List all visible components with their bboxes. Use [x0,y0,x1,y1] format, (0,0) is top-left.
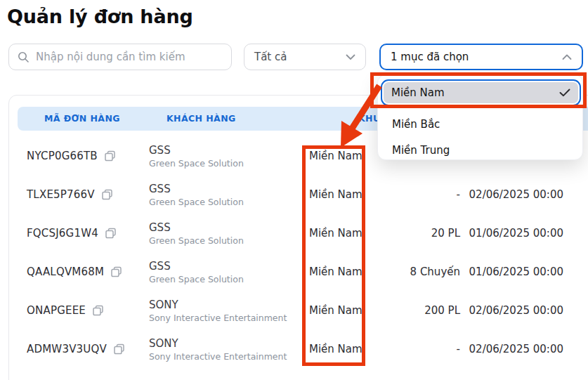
search-box[interactable] [8,44,232,70]
page-title: Quản lý đơn hàng [7,6,193,27]
dropdown-option-mien-nam[interactable]: Miền Nam [381,79,581,106]
dropdown-option-mien-bac[interactable]: Miền Bắc [392,112,440,137]
region-dropdown-menu: Miền Nam Miền Bắc Miền Trung [377,74,583,160]
date-cell: 01/06/2025 00:00 [462,266,563,278]
copy-icon[interactable] [110,266,122,278]
filter-all-select[interactable]: Tất cả [244,44,366,70]
order-code: ADMW3V3UQV [27,343,107,355]
order-code-cell: NYCP0G66TB [27,150,116,162]
order-code-cell: FQCSJ6G1W4 [27,227,117,240]
date-cell: 01/06/2025 00:00 [462,227,563,240]
copy-icon[interactable] [92,305,104,317]
customer-full-name: Sony Interactive Entertainment [149,351,287,362]
region-cell: Miền Nam [309,304,362,317]
customer-name: GSS [149,260,244,273]
date-cell: 02/06/2025 00:00 [462,188,563,201]
table-row[interactable]: ONAPGEEE SONY Sony Interactive Entertain… [0,291,588,329]
customer-full-name: Green Space Solution [149,158,244,169]
customer-full-name: Sony Interactive Entertainment [149,313,287,323]
quantity-cell: - [390,188,460,201]
order-code-cell: TLXE5P766V [27,188,113,201]
customer-name: GSS [149,221,244,234]
date-cell: 02/06/2025 00:00 [462,343,563,355]
region-cell: Miền Nam [309,343,362,355]
filter-all-value: Tất cả [254,51,287,63]
search-icon [18,51,30,63]
quantity-cell: - [390,343,460,355]
table-row[interactable]: FQCSJ6G1W4 GSS Green Space Solution Miền… [0,214,588,252]
region-filter-value: 1 mục đã chọn [391,51,469,63]
quantity-cell: 200 PL [390,304,460,317]
copy-icon[interactable] [104,150,116,162]
order-code-cell: QAALQVM68M [27,266,122,278]
customer-name: SONY [149,299,287,311]
chevron-down-icon [346,54,355,60]
quantity-cell: 8 Chuyến [390,266,460,278]
region-cell: Miền Nam [309,188,362,201]
customer-cell: GSS Green Space Solution [149,221,244,246]
table-row[interactable]: QAALQVM68M GSS Green Space Solution Miền… [0,253,588,291]
region-filter-select[interactable]: 1 mục đã chọn [379,44,583,70]
order-code: NYCP0G66TB [27,150,98,162]
quantity-cell: 20 PL [390,227,460,240]
customer-full-name: Green Space Solution [149,197,244,207]
customer-cell: GSS Green Space Solution [149,260,244,284]
customer-full-name: Green Space Solution [149,274,244,284]
region-cell: Miền Nam [309,266,362,278]
customer-name: GSS [149,183,244,195]
check-icon [559,89,570,97]
region-cell: Miền Nam [309,150,362,162]
column-header-order-code: MÃ ĐƠN HÀNG [44,107,120,131]
order-code: ONAPGEEE [27,304,86,317]
option-label: Miền Nam [391,86,445,99]
customer-cell: SONY Sony Interactive Entertainment [149,337,287,362]
order-code-cell: ADMW3V3UQV [27,343,125,355]
order-code-cell: ONAPGEEE [27,304,104,317]
dropdown-option-mien-trung[interactable]: Miền Trung [392,138,450,163]
table-row[interactable]: ADMW3V3UQV SONY Sony Interactive Enterta… [0,330,588,368]
copy-icon[interactable] [101,189,113,201]
customer-cell: GSS Green Space Solution [149,183,244,207]
order-code: TLXE5P766V [27,188,95,201]
chevron-up-icon [562,54,572,60]
copy-icon[interactable] [105,228,117,240]
customer-full-name: Green Space Solution [149,235,244,246]
date-cell: 02/06/2025 00:00 [462,304,563,317]
customer-cell: GSS Green Space Solution [149,144,244,169]
search-input[interactable] [36,51,223,63]
order-code: FQCSJ6G1W4 [27,227,98,240]
column-header-customer: KHÁCH HÀNG [166,107,236,131]
customer-name: SONY [149,337,287,350]
order-code: QAALQVM68M [27,266,104,278]
region-cell: Miền Nam [309,227,362,240]
copy-icon[interactable] [113,343,125,355]
customer-cell: SONY Sony Interactive Entertainment [149,299,287,323]
table-row[interactable]: TLXE5P766V GSS Green Space Solution Miền… [0,176,588,214]
customer-name: GSS [149,144,244,157]
